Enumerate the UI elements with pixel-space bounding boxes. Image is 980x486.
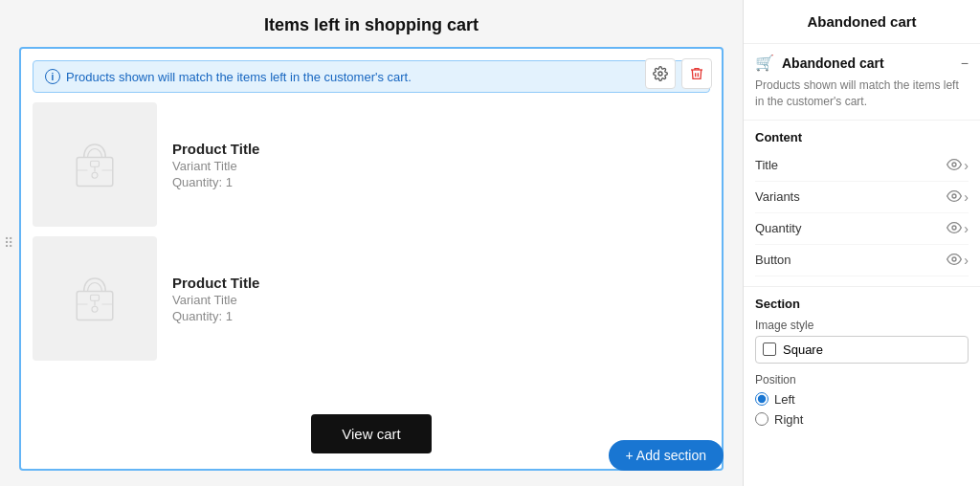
- chevron-right-icon: ›: [964, 221, 969, 236]
- content-row-button[interactable]: Button ›: [755, 245, 969, 276]
- content-row-variants-label: Variants: [755, 189, 800, 204]
- section-description: Products shown will match the items left…: [744, 77, 980, 121]
- svg-point-15: [952, 226, 956, 230]
- product-image: [33, 236, 157, 361]
- svg-point-13: [952, 163, 956, 166]
- delete-icon-button[interactable]: [681, 58, 712, 89]
- product-info: Product Title Variant Title Quantity: 1: [172, 141, 259, 189]
- content-row-quantity-icons: ›: [947, 221, 969, 236]
- product-item: Product Title Variant Title Quantity: 1: [33, 102, 710, 227]
- product-list: Product Title Variant Title Quantity: 1: [33, 102, 710, 397]
- eye-icon[interactable]: [947, 253, 962, 268]
- product-image: [33, 102, 157, 227]
- abandoned-cart-label: Abandoned cart: [782, 55, 884, 71]
- content-area: i Products shown will match the items le…: [19, 47, 724, 471]
- product-info: Product Title Variant Title Quantity: 1: [172, 275, 259, 323]
- left-panel: Items left in shopping cart: [0, 0, 743, 486]
- eye-icon[interactable]: [947, 221, 962, 236]
- content-row-button-label: Button: [755, 253, 791, 267]
- product-variant: Variant Title: [172, 293, 259, 307]
- position-right-label: Right: [774, 412, 803, 427]
- image-style-select-wrapper: Square Round Original: [755, 336, 969, 364]
- page-title: Items left in shopping cart: [19, 15, 724, 35]
- section-part-title: Section: [755, 297, 969, 311]
- settings-icon-button[interactable]: [645, 58, 676, 89]
- section-part: Section Image style Square Round Origina…: [744, 286, 980, 436]
- svg-point-4: [92, 172, 98, 178]
- abandoned-cart-header[interactable]: 🛒 Abandoned cart −: [744, 44, 980, 77]
- eye-icon[interactable]: [947, 158, 962, 173]
- svg-rect-2: [91, 161, 100, 166]
- position-left-option[interactable]: Left: [755, 392, 969, 407]
- abandoned-cart-header-left: 🛒 Abandoned cart: [755, 54, 884, 72]
- chevron-right-icon: ›: [964, 189, 969, 205]
- position-left-label: Left: [774, 392, 795, 407]
- toolbar-icons: [645, 58, 712, 89]
- content-row-variants[interactable]: Variants ›: [755, 182, 969, 213]
- add-section-button[interactable]: + Add section: [609, 440, 724, 471]
- svg-point-14: [952, 194, 956, 198]
- content-row-title-icons: ›: [947, 158, 969, 173]
- svg-point-0: [658, 72, 662, 76]
- view-cart-button[interactable]: View cart: [311, 414, 431, 453]
- image-style-select[interactable]: Square Round Original: [755, 336, 969, 364]
- content-row-quantity[interactable]: Quantity ›: [755, 213, 969, 245]
- content-row-title-label: Title: [755, 158, 778, 172]
- info-icon: i: [45, 69, 60, 84]
- square-icon: [763, 342, 776, 356]
- product-quantity: Quantity: 1: [172, 309, 259, 323]
- right-panel: Abandoned cart 🛒 Abandoned cart − Produc…: [743, 0, 980, 486]
- content-row-button-icons: ›: [947, 253, 969, 268]
- content-section: Content Title › Variants: [744, 121, 980, 286]
- content-row-quantity-label: Quantity: [755, 221, 801, 235]
- info-banner-content: i Products shown will match the items le…: [45, 69, 412, 84]
- position-right-radio[interactable]: [755, 412, 768, 426]
- position-radio-group: Left Right: [755, 392, 969, 427]
- eye-icon[interactable]: [947, 189, 962, 205]
- info-banner: i Products shown will match the items le…: [33, 60, 710, 93]
- content-row-title[interactable]: Title ›: [755, 150, 969, 182]
- info-banner-text: Products shown will match the items left…: [66, 70, 412, 84]
- position-right-option[interactable]: Right: [755, 412, 969, 427]
- position-label: Position: [755, 373, 969, 387]
- chevron-right-icon: ›: [964, 158, 969, 173]
- svg-rect-8: [91, 295, 100, 300]
- chevron-right-icon: ›: [964, 253, 969, 268]
- product-quantity: Quantity: 1: [172, 175, 259, 189]
- product-title: Product Title: [172, 141, 259, 157]
- collapse-icon[interactable]: −: [961, 55, 969, 71]
- image-style-label: Image style: [755, 319, 969, 332]
- product-item: Product Title Variant Title Quantity: 1: [33, 236, 710, 361]
- content-row-variants-icons: ›: [947, 189, 969, 205]
- product-title: Product Title: [172, 275, 259, 291]
- product-variant: Variant Title: [172, 159, 259, 173]
- svg-point-16: [952, 257, 956, 261]
- svg-point-10: [92, 306, 98, 312]
- content-section-title: Content: [755, 130, 969, 144]
- cart-icon: 🛒: [755, 54, 774, 72]
- right-panel-title: Abandoned cart: [744, 0, 980, 44]
- position-left-radio[interactable]: [755, 392, 768, 406]
